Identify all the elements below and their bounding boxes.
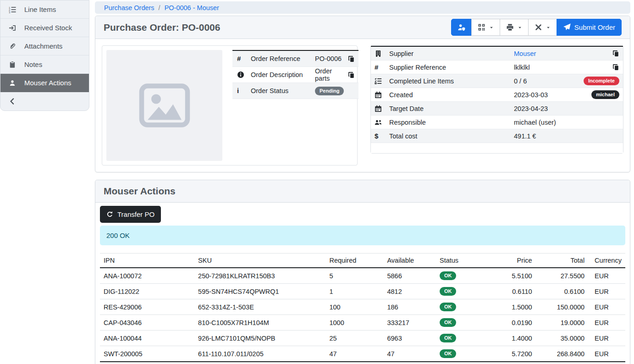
- cell-status: OK: [436, 299, 489, 315]
- page-title: Purchase Order: PO-0006: [104, 22, 220, 33]
- detail-row-completed-line-items: Completed Line Items0 / 6Incomplete: [371, 74, 623, 88]
- breadcrumb-link-purchase-orders[interactable]: Purchase Orders: [104, 4, 154, 11]
- cell-price: 0.0190: [489, 315, 536, 331]
- total-row-empty-cell: [325, 362, 383, 364]
- detail-value: PO-0006: [315, 55, 344, 62]
- table-row-ana-100044: ANA-100044926-LMC7101QM5/NOPB256963OK1.4…: [100, 331, 625, 346]
- order-actions-menu-button[interactable]: [528, 19, 557, 36]
- status-badge-pending: Pending: [315, 87, 344, 95]
- sidebar-item-notes[interactable]: Notes: [0, 55, 89, 74]
- cell-available: 5866: [383, 268, 436, 284]
- app-root: 123Line ItemsReceived StockAttachmentsNo…: [0, 0, 634, 364]
- detail-row-end: [612, 64, 619, 71]
- detail-row-total-cost: $Total cost491.1 €: [371, 129, 623, 143]
- status-badge-ok: OK: [440, 271, 457, 280]
- cell-currency: EUR: [588, 331, 625, 346]
- sidebar-item-received-stock[interactable]: Received Stock: [0, 19, 89, 37]
- transfer-po-label: Transfer PO: [117, 210, 154, 218]
- detail-value: 491.1 €: [514, 132, 619, 140]
- detail-row-supplier-reference: #Supplier Referencelklklkl: [371, 61, 623, 74]
- detail-value: 2023-03-03: [514, 91, 591, 99]
- status-badge-ok: OK: [440, 287, 457, 296]
- cell-status: OK: [436, 284, 489, 299]
- cell-required: 5: [325, 268, 383, 284]
- caret-down-icon: [518, 25, 522, 30]
- cell-currency: EUR: [588, 299, 625, 315]
- column-header-ipn: IPN: [100, 254, 194, 268]
- cell-sku: 652-3314Z-1-503E: [194, 299, 325, 315]
- printer-icon: [506, 23, 514, 31]
- qrcode-icon: [478, 23, 485, 31]
- sidebar-item-attachments[interactable]: Attachments: [0, 37, 89, 55]
- status-badge-michael: michael: [591, 90, 619, 99]
- detail-row-order-description: Order DescriptionOrder parts: [232, 67, 358, 83]
- barcode-menu-button[interactable]: [471, 19, 500, 36]
- admin-button[interactable]: [451, 19, 472, 36]
- breadcrumb-separator: /: [159, 4, 160, 11]
- order-detail-cards: #Order ReferencePO-0006Order Description…: [102, 45, 623, 165]
- table-total-row: Total501.0000: [100, 362, 625, 364]
- print-menu-button[interactable]: [500, 19, 529, 36]
- status-alert-text: 200 OK: [106, 232, 130, 239]
- detail-label: Completed Line Items: [389, 77, 514, 85]
- clipboard-icon: [9, 61, 17, 68]
- detail-row-target-date: Target Date2023-04-23: [371, 102, 623, 116]
- cell-required: 25: [325, 331, 383, 346]
- total-row-empty-cell: [436, 362, 489, 364]
- transfer-po-button[interactable]: Transfer PO: [100, 206, 161, 223]
- sidebar-collapse-button[interactable]: [0, 92, 89, 110]
- copy-icon[interactable]: [348, 55, 355, 62]
- cell-status: OK: [436, 331, 489, 346]
- sidebar-item-line-items[interactable]: 123Line Items: [0, 0, 89, 19]
- detail-value: michael (user): [514, 119, 619, 126]
- cell-available: 6963: [383, 331, 436, 346]
- cell-ipn: ANA-100044: [100, 331, 194, 346]
- copy-icon[interactable]: [612, 50, 619, 57]
- copy-icon[interactable]: [348, 72, 355, 78]
- column-header-available: Available: [383, 254, 436, 268]
- list-check-icon: [375, 77, 389, 85]
- hash-icon: #: [375, 64, 389, 71]
- cell-ipn: ANA-100072: [100, 268, 194, 284]
- cell-ipn: CAP-043046: [100, 315, 194, 331]
- detail-row-created: Created2023-03-03michael: [371, 88, 623, 102]
- cell-price: 1.5000: [489, 299, 536, 315]
- sidebar-item-label: Line Items: [24, 6, 56, 13]
- column-header-price: Price: [489, 254, 536, 268]
- hash-icon: #: [237, 55, 251, 62]
- sidebar-item-label: Attachments: [24, 42, 62, 50]
- info-icon: i: [237, 87, 251, 94]
- table-header-row: IPNSKURequiredAvailableStatusPriceTotalC…: [100, 254, 625, 268]
- cell-status: OK: [436, 346, 489, 362]
- cell-price: 5.5100: [489, 268, 536, 284]
- detail-value[interactable]: Mouser: [514, 50, 612, 57]
- sidebar-item-mouser-actions[interactable]: Mouser Actions: [0, 74, 89, 92]
- copy-icon[interactable]: [612, 64, 619, 71]
- status-alert: 200 OK: [100, 226, 625, 245]
- table-row-ana-100072: ANA-100072250-72981KLRATR150B355866OK5.5…: [100, 268, 625, 284]
- detail-label: Order Status: [251, 87, 315, 94]
- column-header-required: Required: [325, 254, 383, 268]
- calendar-icon: [375, 105, 389, 112]
- detail-row-end: [348, 55, 355, 62]
- detail-label: Supplier Reference: [389, 64, 514, 71]
- detail-label: Responsible: [389, 119, 514, 126]
- tools-icon: [535, 23, 542, 31]
- supplier-details-table: SupplierMouser#Supplier Referencelklklkl…: [371, 46, 623, 143]
- status-badge-ok: OK: [440, 349, 457, 358]
- breadcrumb-link-current-order[interactable]: PO-0006 - Mouser: [165, 4, 219, 11]
- building-icon: [375, 50, 389, 57]
- cell-total: 268.8400: [536, 346, 589, 362]
- sign-in-icon: [9, 24, 17, 32]
- cell-sku: 926-LMC7101QM5/NOPB: [194, 331, 325, 346]
- total-row-empty-cell: [194, 362, 325, 364]
- detail-value: Order parts: [315, 67, 344, 82]
- submit-order-button[interactable]: Submit Order: [557, 19, 622, 36]
- status-badge-incomplete: Incomplete: [584, 77, 619, 85]
- cell-required: 1: [325, 284, 383, 299]
- total-row-empty-cell: [588, 362, 625, 364]
- list-ol-icon: 123: [9, 6, 17, 13]
- breadcrumb: Purchase Orders / PO-0006 - Mouser: [95, 1, 630, 14]
- detail-row-order-reference: #Order ReferencePO-0006: [232, 51, 358, 67]
- detail-label: Supplier: [389, 50, 514, 57]
